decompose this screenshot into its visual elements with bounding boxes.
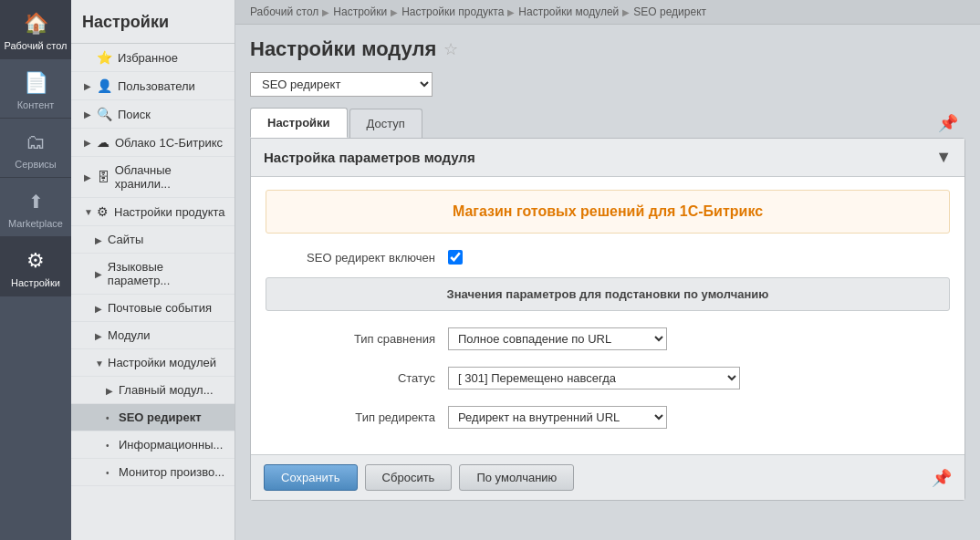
sep-icon: ▶ <box>622 7 630 17</box>
sidebar-item-product-settings[interactable]: ▼ ⚙ Настройки продукта <box>71 198 235 226</box>
sidebar-item-sites[interactable]: ▶ Сайты <box>71 226 235 254</box>
sidebar-item-informational[interactable]: • Информационны... <box>71 431 235 459</box>
sidebar-item-users[interactable]: ▶ 👤 Пользователи <box>71 72 235 100</box>
arrow-icon: ▶ <box>84 138 93 147</box>
arrow-icon: ▶ <box>95 269 104 278</box>
sidebar-item-monitor[interactable]: • Монитор произво... <box>71 459 235 486</box>
panel-title: Настройка параметров модуля <box>264 150 475 165</box>
settings-icon: ⚙ <box>23 248 48 274</box>
sidebar-item-content[interactable]: 📄 Контент <box>0 59 71 119</box>
sidebar-item-module-settings[interactable]: ▼ Настройки модулей <box>71 349 235 377</box>
content-icon: 📄 <box>23 70 48 96</box>
main-content: Рабочий стол ▶ Настройки ▶ Настройки про… <box>235 0 980 540</box>
seo-enabled-control <box>448 250 463 265</box>
sidebar-item-marketplace[interactable]: ⬆ Marketplace <box>0 178 71 237</box>
sep-icon: ▶ <box>391 7 398 17</box>
sidebar-item-settings-label: Настройки <box>11 277 60 288</box>
content-area: Настройки модуля ☆ SEO редирект Настройк… <box>235 25 980 540</box>
marketplace-banner-text: Магазин готовых решений для 1С-Битрикс <box>453 203 763 219</box>
status-row: Статус [ 301] Перемещено навсегда[ 302] … <box>266 363 950 393</box>
nav-sidebar: Настройки ⭐ Избранное ▶ 👤 Пользователи ▶… <box>71 0 235 540</box>
user-icon: 👤 <box>97 78 112 93</box>
default-button[interactable]: По умолчанию <box>459 464 574 491</box>
sidebar-item-search-label: Поиск <box>118 108 151 121</box>
button-pin-icon[interactable]: 📌 <box>932 468 952 488</box>
sidebar-item-content-label: Контент <box>17 99 55 110</box>
star-icon: ⭐ <box>97 50 112 65</box>
sidebar-item-product-settings-label: Настройки продукта <box>114 205 225 219</box>
arrow-icon: ▶ <box>95 304 104 313</box>
sidebar-item-favorites[interactable]: ⭐ Избранное <box>71 44 235 72</box>
sidebar-item-users-label: Пользователи <box>118 79 195 93</box>
icon-sidebar: 🏠 Рабочий стол 📄 Контент 🗂 Сервисы ⬆ Mar… <box>0 0 71 540</box>
tab-settings[interactable]: Настройки <box>250 108 348 138</box>
nav-sidebar-title: Настройки <box>71 0 235 44</box>
tabs-row: Настройки Доступ 📌 <box>250 108 965 138</box>
services-icon: 🗂 <box>23 130 48 155</box>
redirect-type-row: Тип редиректа Редирект на внутренний URL… <box>266 402 950 432</box>
sidebar-item-cloud-storage-label: Облачные хранили... <box>115 163 227 191</box>
sidebar-item-cloud-storage[interactable]: ▶ 🗄 Облачные хранили... <box>71 157 235 198</box>
status-select[interactable]: [ 301] Перемещено навсегда[ 302] Временн… <box>448 367 740 389</box>
breadcrumb-settings[interactable]: Настройки <box>333 5 387 18</box>
storage-icon: 🗄 <box>97 170 109 184</box>
settings-panel: Настройка параметров модуля ▼ Магазин го… <box>250 138 965 501</box>
bullet-icon: • <box>106 468 115 477</box>
sidebar-item-search[interactable]: ▶ 🔍 Поиск <box>71 100 235 129</box>
sidebar-item-lang-label: Языковые параметр... <box>108 260 227 287</box>
tab-access[interactable]: Доступ <box>349 109 422 138</box>
sidebar-item-monitor-label: Монитор произво... <box>119 465 224 479</box>
module-select[interactable]: SEO редирект <box>250 72 433 97</box>
save-button[interactable]: Сохранить <box>264 464 358 491</box>
arrow-icon: ▶ <box>84 81 93 90</box>
sidebar-item-seo-redirect-label: SEO редирект <box>119 410 202 424</box>
arrow-icon: ▶ <box>84 109 93 119</box>
sidebar-item-seo-redirect[interactable]: • SEO редирект <box>71 404 235 431</box>
arrow-down-icon: ▼ <box>84 207 93 216</box>
sidebar-item-lang[interactable]: ▶ Языковые параметр... <box>71 254 235 295</box>
marketplace-banner[interactable]: Магазин готовых решений для 1С-Битрикс <box>266 190 950 234</box>
collapse-icon[interactable]: ▼ <box>935 148 952 167</box>
status-label: Статус <box>266 371 448 385</box>
sidebar-item-mail[interactable]: ▶ Почтовые события <box>71 295 235 322</box>
redirect-type-label: Тип редиректа <box>266 410 448 424</box>
seo-enabled-checkbox[interactable] <box>448 250 463 265</box>
sidebar-item-services[interactable]: 🗂 Сервисы <box>0 119 71 178</box>
redirect-type-control: Редирект на внутренний URLРедирект на вн… <box>448 406 667 429</box>
search-icon: 🔍 <box>97 107 112 121</box>
favorite-star-icon[interactable]: ☆ <box>443 39 458 59</box>
sidebar-item-module-settings-label: Настройки модулей <box>108 356 216 369</box>
breadcrumb-product-settings[interactable]: Настройки продукта <box>401 5 504 18</box>
module-selector: SEO редирект <box>250 72 965 97</box>
sidebar-item-modules[interactable]: ▶ Модули <box>71 322 235 349</box>
sidebar-item-main-module-label: Главный модул... <box>119 383 214 397</box>
sidebar-item-main-module[interactable]: ▶ Главный модул... <box>71 377 235 404</box>
arrow-icon: ▶ <box>95 235 104 244</box>
page-title: Настройки модуля <box>250 37 436 61</box>
status-control: [ 301] Перемещено навсегда[ 302] Временн… <box>448 367 740 389</box>
redirect-type-select[interactable]: Редирект на внутренний URLРедирект на вн… <box>448 406 667 429</box>
sep-icon: ▶ <box>322 7 329 17</box>
bullet-icon: • <box>106 441 115 450</box>
sidebar-item-settings[interactable]: ⚙ Настройки <box>0 237 71 296</box>
seo-enabled-row: SEO редирект включен <box>266 246 950 268</box>
panel-header: Настройка параметров модуля ▼ <box>251 139 964 177</box>
arrow-icon: ▶ <box>106 386 115 395</box>
home-icon: 🏠 <box>23 11 48 36</box>
breadcrumb-module-settings[interactable]: Настройки модулей <box>518 5 619 18</box>
arrow-icon <box>84 53 93 62</box>
sidebar-item-modules-label: Модули <box>108 328 151 342</box>
tab-pin-icon[interactable]: 📌 <box>931 109 965 137</box>
sidebar-item-desktop-label: Рабочий стол <box>4 40 67 51</box>
breadcrumb-desktop[interactable]: Рабочий стол <box>250 5 318 18</box>
defaults-label: Значения параметров для подстановки по у… <box>447 287 769 301</box>
sidebar-item-desktop[interactable]: 🏠 Рабочий стол <box>0 0 71 59</box>
reset-button[interactable]: Сбросить <box>365 464 453 491</box>
comparison-type-select[interactable]: Полное совпадение по URLЧастичное совпад… <box>448 327 667 350</box>
sidebar-item-cloud1c[interactable]: ▶ ☁ Облако 1С-Битрикс <box>71 129 235 157</box>
gear-icon: ⚙ <box>97 204 109 219</box>
sidebar-item-mail-label: Почтовые события <box>108 301 212 315</box>
marketplace-icon: ⬆ <box>23 189 48 214</box>
panel-body: Магазин готовых решений для 1С-Битрикс S… <box>251 177 964 454</box>
sidebar-item-sites-label: Сайты <box>108 233 143 246</box>
